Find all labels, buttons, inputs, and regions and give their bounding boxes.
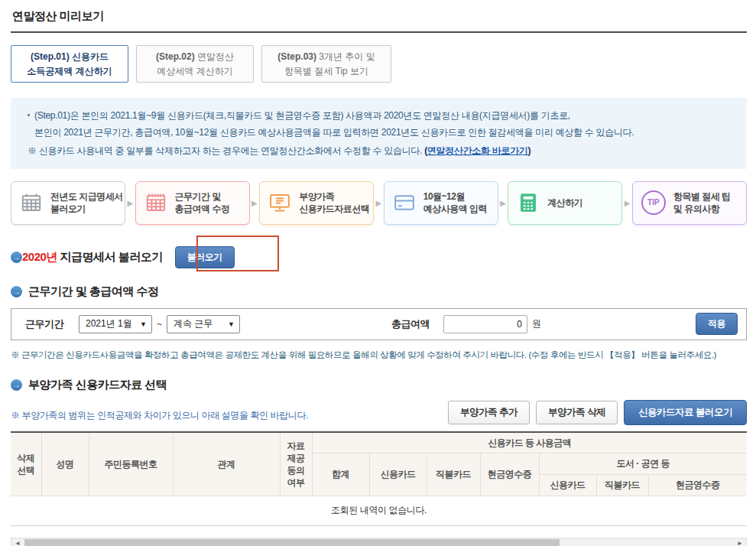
col-relation: 관계 xyxy=(173,432,280,496)
flow-step-label: 전년도 지급명세서불러오기 xyxy=(50,190,123,216)
tilde-separator: ~ xyxy=(157,319,162,330)
empty-row: 조회된 내역이 없습니다. xyxy=(11,496,747,526)
flow-step-tips: TIP 항목별 절세 팁및 유의사항 xyxy=(632,181,747,225)
tab-step-label: (Step.03) xyxy=(277,51,316,62)
tip-label: TIP xyxy=(641,190,666,215)
arrow-right-icon: ▶ xyxy=(251,199,258,207)
col-books-debit: 직불카드 xyxy=(596,475,648,496)
calendar-icon xyxy=(144,191,167,214)
guide-info-box: (Step.01)은 본인의 2021.1월~9월 신용카드(체크,직불카드 및… xyxy=(11,98,747,169)
flow-step-label: 항목별 절세 팁및 유의사항 xyxy=(673,190,731,216)
info-line-1: (Step.01)은 본인의 2021.1월~9월 신용카드(체크,직불카드 및… xyxy=(28,108,736,125)
col-total: 합계 xyxy=(312,453,369,496)
load-card-data-button[interactable]: 신용카드자료 불러오기 xyxy=(624,400,747,425)
period-to-value: 계속 근무 xyxy=(174,317,213,330)
flow-step-calculate: 계산하기 xyxy=(508,181,622,225)
horizontal-scrollbar[interactable]: ◄ ► xyxy=(11,538,747,546)
statement-load-title: 2020년 지급명세서 불러오기 xyxy=(22,250,163,265)
period-from-value: 2021년 1월 xyxy=(86,317,132,330)
col-books-cash: 현금영수증 xyxy=(648,475,747,496)
tab-title-line2: 소득공제액 계산하기 xyxy=(27,66,112,76)
tab-step-label: (Step.02) xyxy=(156,51,195,62)
tab-title-line2: 항목별 절세 Tip 보기 xyxy=(284,66,368,76)
period-label: 근무기간 xyxy=(25,317,63,331)
title-divider xyxy=(11,31,747,33)
col-cash-receipt: 현금영수증 xyxy=(480,453,539,496)
salary-label: 총급여액 xyxy=(391,317,430,331)
statement-load-section: → 2020년 지급명세서 불러오기 불러오기 xyxy=(11,242,747,274)
col-name: 성명 xyxy=(41,432,89,496)
col-debit-card: 직불카드 xyxy=(427,453,480,496)
col-consent: 자료 제공 동의 여부 xyxy=(280,432,312,496)
step-tabs: (Step.01) 신용카드 소득공제액 계산하기 (Step.02) 연말정산… xyxy=(11,45,747,83)
work-period-note: ※ 근무기간은 신용카드사용금액을 확정하고 총급여액은 공제한도 계산을 위해… xyxy=(11,349,747,361)
flow-step-label: 근무기간 및총급여액 수정 xyxy=(175,190,230,216)
page-title: 연말정산 미리보기 xyxy=(12,9,747,24)
arrow-right-icon: ▶ xyxy=(375,199,383,207)
section-bullet-icon: → xyxy=(11,379,22,391)
tab-title-line2: 예상세액 계산하기 xyxy=(157,66,232,76)
work-period-form: 근무기간 2021년 1월 ▼ ~ 계속 근무 ▼ 총급여액 원 적용 xyxy=(11,308,747,340)
page: 연말정산 미리보기 (Step.01) 신용카드 소득공제액 계산하기 (Ste… xyxy=(0,0,756,546)
load-statement-button[interactable]: 불러오기 xyxy=(175,246,235,268)
title-rest: 지급명세서 불러오기 xyxy=(57,250,163,263)
arrow-right-icon: ▶ xyxy=(126,199,134,207)
year-label: 2020년 xyxy=(22,250,57,263)
info-line-2: 본인이 2021년 근무기간, 총급여액, 10월~12월 신용카드 예상사용금… xyxy=(28,125,736,141)
calendar-icon xyxy=(20,191,43,214)
flow-step-dependents: 부양가족신용카드자료선택 xyxy=(259,181,374,225)
family-note: ※ 부양가족의 범위는 인적공제와 차이가 있으니 아래 설명을 확인 바랍니다… xyxy=(11,409,308,425)
arrow-right-icon: ▶ xyxy=(499,199,507,207)
col-credit-card: 신용카드 xyxy=(369,453,427,496)
info-text: (Step.01)은 본인의 2021.1월~9월 신용카드(체크,직불카드 및… xyxy=(34,110,570,121)
currency-unit-label: 원 xyxy=(532,317,541,330)
flow-step-label: 10월~12월예상사용액 입력 xyxy=(423,190,487,216)
col-group-books: 도서 · 공연 등 xyxy=(539,453,747,475)
col-group-usage: 신용카드 등 사용금액 xyxy=(312,432,747,453)
tab-step-02[interactable]: (Step.02) 연말정산 예상세액 계산하기 xyxy=(136,45,254,83)
work-period-title: 근무기간 및 총급여액 수정 xyxy=(28,284,159,299)
flow-step-load-statement: 전년도 지급명세서불러오기 xyxy=(11,181,125,225)
family-section-head: → 부양가족 신용카드자료 선택 xyxy=(11,378,747,392)
simplified-service-link[interactable]: 연말정산간소화 바로가기 xyxy=(427,145,528,156)
family-actions-row: ※ 부양가족의 범위는 인적공제와 차이가 있으니 아래 설명을 확인 바랍니다… xyxy=(11,400,747,425)
info-text: ※ 신용카드 사용내역 중 일부를 삭제하고자 하는 경우에는 연말정산간소화에… xyxy=(28,145,424,156)
section-bullet-icon: → xyxy=(11,252,22,263)
flow-step-label: 부양가족신용카드자료선택 xyxy=(299,190,369,216)
tab-step-01[interactable]: (Step.01) 신용카드 소득공제액 계산하기 xyxy=(11,45,128,83)
add-dependent-button[interactable]: 부양가족 추가 xyxy=(448,401,530,424)
chevron-down-icon: ▼ xyxy=(228,320,235,328)
paren: ) xyxy=(528,145,531,156)
process-flow: 전년도 지급명세서불러오기 ▶ 근무기간 및총급여액 수정 ▶ xyxy=(11,181,747,225)
calculator-icon xyxy=(517,191,540,214)
col-delete-select: 삭제 선택 xyxy=(11,432,41,496)
family-section-title: 부양가족 신용카드자료 선택 xyxy=(28,378,167,392)
period-from-select[interactable]: 2021년 1월 ▼ xyxy=(79,315,152,333)
chevron-down-icon: ▼ xyxy=(140,320,147,328)
flow-step-label: 계산하기 xyxy=(547,197,582,210)
dependents-table: 삭제 선택 성명 주민등록번호 관계 자료 제공 동의 여부 신용카드 등 사용… xyxy=(11,431,747,527)
family-buttons: 부양가족 추가 부양가족 삭제 신용카드자료 불러오기 xyxy=(448,400,747,425)
scrollbar-thumb[interactable] xyxy=(24,539,560,546)
tab-title-line1: 연말정산 xyxy=(195,51,234,62)
tab-title-line1: 신용카드 xyxy=(70,51,109,62)
tab-title-line1: 3개년 추이 및 xyxy=(316,51,375,62)
col-books-credit: 신용카드 xyxy=(539,475,596,496)
work-period-section-head: → 근무기간 및 총급여액 수정 xyxy=(11,284,747,299)
square-bullet-icon xyxy=(28,114,30,116)
info-line-3: ※ 신용카드 사용내역 중 일부를 삭제하고자 하는 경우에는 연말정산간소화에… xyxy=(28,143,736,160)
scroll-left-arrow-icon[interactable]: ◄ xyxy=(11,538,24,546)
tab-step-03[interactable]: (Step.03) 3개년 추이 및 항목별 절세 Tip 보기 xyxy=(261,45,391,83)
flow-step-expected-usage: 10월~12월예상사용액 입력 xyxy=(384,181,498,225)
apply-button[interactable]: 적용 xyxy=(696,313,738,335)
flow-step-work-period: 근무기간 및총급여액 수정 xyxy=(135,181,250,225)
col-rrn: 주민등록번호 xyxy=(89,432,173,496)
salary-input[interactable] xyxy=(443,315,527,333)
period-to-select[interactable]: 계속 근무 ▼ xyxy=(167,315,240,333)
delete-dependent-button[interactable]: 부양가족 삭제 xyxy=(536,401,618,424)
tip-icon: TIP xyxy=(641,190,666,215)
monitor-icon xyxy=(268,191,291,214)
arrow-right-icon: ▶ xyxy=(624,199,631,207)
tab-step-label: (Step.01) xyxy=(31,51,70,62)
scroll-right-arrow-icon[interactable]: ► xyxy=(734,538,746,546)
